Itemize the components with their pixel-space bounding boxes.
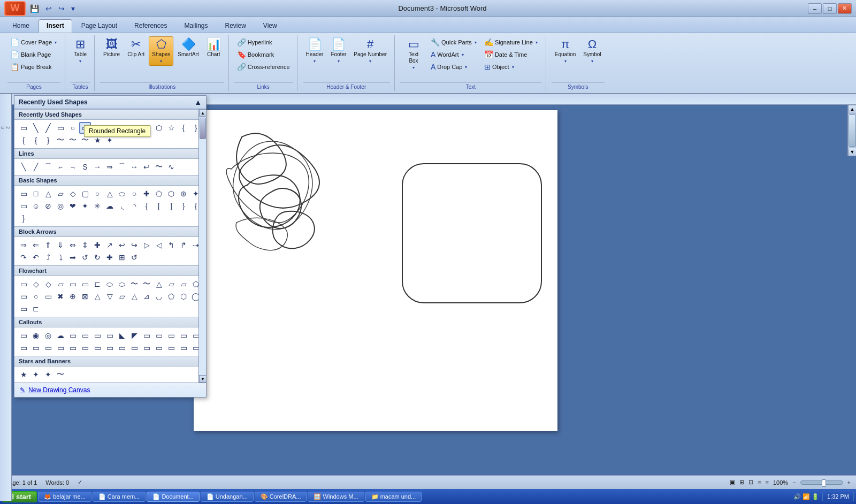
view-full-icon[interactable]: ⊞	[739, 479, 744, 486]
dropdown-close-icon[interactable]: ▲	[194, 98, 202, 106]
bs-tri2[interactable]: △	[104, 188, 116, 200]
view-outline-icon[interactable]: ≡	[758, 479, 761, 486]
ba-lr[interactable]: ⇔	[67, 239, 79, 251]
line-bent[interactable]: ╱	[30, 161, 42, 173]
co-r1[interactable]: ▭	[141, 330, 152, 341]
co-r3[interactable]: ▭	[165, 330, 177, 341]
tab-view[interactable]: View	[255, 19, 285, 33]
tab-insert[interactable]: Insert	[39, 19, 72, 33]
shape-rect[interactable]: ▭	[18, 122, 29, 134]
shape-star[interactable]: ☆	[165, 122, 177, 134]
co-r6[interactable]: ▭	[18, 342, 29, 354]
line-arrow1[interactable]: →	[91, 161, 103, 173]
shape-angle2[interactable]: ⌐	[116, 122, 128, 134]
bs-right-brace[interactable]: }	[18, 212, 29, 224]
hyperlink-button[interactable]: 🔗 Hyperlink	[234, 36, 293, 48]
fc-tape[interactable]: ⊏	[30, 303, 42, 315]
bs-bolt[interactable]: ✦	[79, 200, 91, 212]
co-cloud[interactable]: ☁	[55, 330, 66, 341]
bs-oval[interactable]: ○	[128, 188, 140, 200]
fc-oval[interactable]: ⬭	[104, 278, 116, 290]
fc-para[interactable]: ▱	[55, 278, 66, 290]
zoom-increase[interactable]: +	[847, 479, 851, 486]
shape-triangle[interactable]: △	[91, 122, 103, 134]
taskbar-item-1[interactable]: 📄 Cara mem...	[93, 492, 146, 502]
ba-notch-l[interactable]: ◁	[153, 239, 165, 251]
tab-home[interactable]: Home	[4, 19, 37, 33]
redo-button[interactable]: ↪	[56, 3, 67, 14]
bs-diamond[interactable]: ◇	[67, 188, 79, 200]
bs-trap[interactable]: ▱	[55, 188, 66, 200]
fc-wave2[interactable]: 〜	[141, 278, 152, 290]
co-r19[interactable]: ▭	[178, 342, 189, 354]
tab-page-layout[interactable]: Page Layout	[73, 19, 125, 33]
sb-banner[interactable]: 〜	[55, 369, 66, 380]
clip-art-button[interactable]: ✂ Clip Art	[124, 36, 148, 60]
ba-cross2[interactable]: ⊞	[116, 251, 128, 263]
ba-quad[interactable]: ✚	[91, 239, 103, 251]
quick-parts-button[interactable]: 🔧 Quick Parts ▾	[428, 36, 480, 48]
taskbar-item-3[interactable]: 📄 Undangan...	[201, 492, 254, 502]
line-curve[interactable]: ⌒	[42, 161, 54, 173]
ba-quad2[interactable]: ✚	[104, 251, 116, 263]
smartart-button[interactable]: 🔷 SmartArt	[174, 36, 202, 60]
taskbar-item-0[interactable]: 🦊 belajar me...	[38, 492, 91, 502]
shape-wave1[interactable]: 〜	[55, 134, 66, 146]
ba-ring-arrow[interactable]: ↺	[128, 251, 140, 263]
equation-button[interactable]: π Equation ▾	[552, 36, 579, 66]
fc-rect5[interactable]: ▭	[42, 291, 54, 302]
taskbar-item-6[interactable]: 📁 macam und...	[365, 492, 422, 502]
shape-brace1[interactable]: {	[30, 134, 42, 146]
scroll-thumb-v[interactable]	[849, 114, 856, 147]
co-r13[interactable]: ▭	[104, 342, 116, 354]
co-r9[interactable]: ▭	[55, 342, 66, 354]
fc-para3[interactable]: ▱	[178, 278, 189, 290]
new-drawing-canvas-button[interactable]: ✎ New Drawing Canvas	[14, 383, 206, 397]
ba-ud[interactable]: ⇕	[79, 239, 91, 251]
object-button[interactable]: ⊞ Object ▾	[482, 61, 541, 73]
scroll-down-btn[interactable]: ▼	[199, 375, 206, 383]
shape-line1[interactable]: ╲	[30, 122, 42, 134]
bs-cross[interactable]: ✚	[141, 188, 152, 200]
line-elbow2[interactable]: ⌐	[67, 161, 79, 173]
fc-trap[interactable]: ▱	[116, 291, 128, 302]
ba-up[interactable]: ⇑	[42, 239, 54, 251]
ba-s-down[interactable]: ⤵	[55, 251, 66, 263]
co-r17[interactable]: ▭	[153, 342, 165, 354]
maximize-button[interactable]: □	[823, 3, 837, 14]
shape-line2[interactable]: ╱	[42, 122, 54, 134]
taskbar-item-5[interactable]: 🪟 Windows M...	[308, 492, 364, 502]
view-web-icon[interactable]: ⊡	[748, 479, 753, 486]
bs-oct[interactable]: ⊕	[178, 188, 189, 200]
zoom-decrease[interactable]: −	[792, 479, 796, 486]
fc-para2[interactable]: ▱	[165, 278, 177, 290]
taskbar-item-4[interactable]: 🎨 CorelDRA...	[255, 492, 307, 502]
bs-rect[interactable]: ▭	[18, 188, 29, 200]
co-bent1[interactable]: ◣	[116, 330, 128, 341]
view-draft-icon[interactable]: ≡	[766, 479, 769, 486]
co-oval[interactable]: ◉	[30, 330, 42, 341]
fc-cross[interactable]: ⊠	[79, 291, 91, 302]
symbol-button[interactable]: Ω Symbol ▾	[580, 36, 604, 66]
fc-disk[interactable]: ⊏	[91, 278, 103, 290]
shape-star2[interactable]: ★	[91, 134, 103, 146]
shape-sparkle[interactable]: ✦	[104, 134, 116, 146]
ba-down[interactable]: ⇓	[55, 239, 66, 251]
ba-r-arrow[interactable]: ➡	[67, 251, 79, 263]
scroll-up[interactable]: ▲	[848, 105, 856, 113]
taskbar-item-2[interactable]: 📄 Document...	[147, 492, 199, 502]
co-r11[interactable]: ▭	[79, 342, 91, 354]
ba-callout[interactable]: ↰	[165, 239, 177, 251]
shapes-dropdown[interactable]: Recently Used Shapes ▲ Recently Used Sha…	[14, 95, 207, 398]
co-r4[interactable]: ▭	[178, 330, 189, 341]
close-button[interactable]: ✕	[838, 3, 852, 14]
line-curved-arrow[interactable]: ↩	[141, 161, 152, 173]
signature-line-button[interactable]: ✍ Signature Line ▾	[482, 36, 541, 48]
shapes-button[interactable]: ⬠ Shapes ▾	[149, 36, 173, 66]
text-box-button[interactable]: ▭ TextBox ▾	[400, 36, 427, 72]
shape-wave3[interactable]: 〜	[79, 134, 91, 146]
fc-oval2[interactable]: ⬭	[116, 278, 128, 290]
co-r8[interactable]: ▭	[42, 342, 54, 354]
fc-tri2[interactable]: △	[91, 291, 103, 302]
shape-angle1[interactable]: ⌐	[104, 122, 116, 134]
